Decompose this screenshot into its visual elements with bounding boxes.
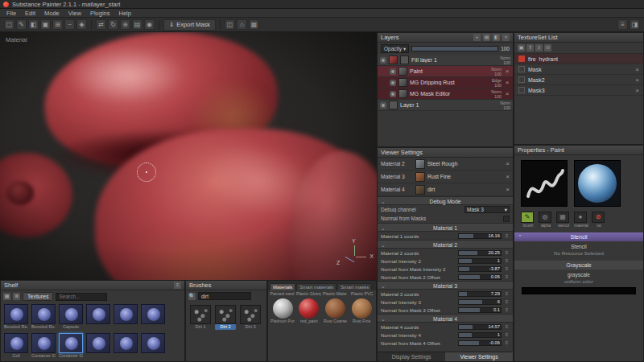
material-label[interactable]: Painted steel: [270, 291, 295, 296]
material-slot-2[interactable]: Material 2 Steel Rough ×: [378, 158, 513, 171]
material-item[interactable]: Rust Fine: [349, 298, 374, 323]
debug-mode-section-header[interactable]: ⌄ Debug Mode: [378, 196, 513, 205]
menu-edit[interactable]: Edit: [25, 10, 35, 17]
layer-content-thumbnail[interactable]: [389, 101, 398, 109]
slider-menu-icon[interactable]: ≡: [504, 307, 510, 312]
shelf-item[interactable]: [86, 333, 110, 359]
shelf-item[interactable]: Beveled Re...: [31, 304, 56, 330]
remove-effect-button[interactable]: ×: [504, 90, 510, 97]
menu-plugins[interactable]: Plugins: [90, 10, 110, 17]
material-slot-3[interactable]: Material 3 Rust Fine ×: [378, 171, 513, 183]
shelf-item[interactable]: [114, 333, 138, 359]
tab-smart-materials[interactable]: Smart materials: [296, 283, 336, 290]
slider-menu-icon[interactable]: ≡: [504, 291, 510, 296]
textureset-row-fire-hydrant[interactable]: fire_hydrant: [514, 54, 643, 64]
material-2-coords-slider[interactable]: 20.25: [458, 250, 502, 256]
slider-menu-icon[interactable]: ≡: [504, 266, 510, 271]
clone-tool-icon[interactable]: ◈: [76, 19, 87, 30]
add-folder-icon[interactable]: ▤: [483, 34, 490, 41]
remove-effect-button[interactable]: ×: [504, 68, 510, 75]
dock-layout-icon[interactable]: ≡: [617, 19, 628, 30]
display-mode-icon[interactable]: ▦: [249, 19, 259, 30]
layer-content-thumbnail[interactable]: [389, 56, 398, 64]
normal-from-mask-2-offset-slider[interactable]: 0.06: [458, 274, 502, 280]
material-4-coords-slider[interactable]: 14.57: [458, 324, 502, 330]
shelf-item[interactable]: [114, 304, 138, 330]
clear-material-button[interactable]: ×: [506, 173, 510, 180]
remove-channel-button[interactable]: ×: [635, 87, 639, 94]
no-resource-slot[interactable]: ⊘no: [592, 212, 606, 228]
grid-view-icon[interactable]: ▦: [3, 293, 10, 300]
brush-item-selected[interactable]: Dirt 2: [215, 305, 236, 330]
brush-item[interactable]: Dirt 1: [190, 305, 211, 330]
slider-menu-icon[interactable]: ≡: [504, 332, 510, 337]
stencil-slot[interactable]: ▦stencil: [556, 212, 571, 228]
paint-tool-icon[interactable]: ✎: [16, 19, 27, 30]
layer-row-layer-1[interactable]: Layer 1 Norm100: [378, 100, 513, 111]
layer-visibility-icon[interactable]: [390, 80, 396, 86]
axis-gizmo[interactable]: Y X Z: [336, 238, 374, 275]
layer-visibility-icon[interactable]: [390, 68, 396, 75]
tab-viewer-settings[interactable]: Viewer Settings: [445, 352, 513, 361]
alpha-slot[interactable]: ◍alpha: [539, 212, 553, 228]
brushes-search-input[interactable]: [198, 292, 251, 300]
material-picker-icon[interactable]: ⊕: [120, 19, 130, 30]
mask-view-icon[interactable]: ◉: [144, 19, 155, 30]
tab-materials[interactable]: Materials: [270, 283, 295, 290]
material-1-coords-slider[interactable]: 16.16: [458, 233, 502, 239]
camera-icon[interactable]: ⌂: [237, 19, 247, 30]
shelf-menu-icon[interactable]: ≡: [174, 282, 181, 289]
material-slot[interactable]: ●material: [574, 212, 588, 228]
save-icon[interactable]: ▣: [518, 44, 525, 51]
remove-channel-button[interactable]: ×: [635, 66, 639, 73]
shelf-item[interactable]: Container 01: [31, 333, 56, 359]
material-item[interactable]: red_paint: [297, 298, 321, 323]
menu-view[interactable]: View: [68, 10, 81, 17]
material-3-section-header[interactable]: ⌄ Material 3: [378, 281, 513, 290]
eraser-tool-icon[interactable]: ◧: [28, 19, 39, 30]
stencil-section-header[interactable]: ⌃ Stencil: [514, 232, 643, 241]
tab-display-settings[interactable]: Display Settings: [378, 352, 445, 361]
add-fill-icon[interactable]: ◧: [493, 34, 500, 41]
list-view-icon[interactable]: ≣: [13, 293, 20, 300]
tab-smart-masks[interactable]: Smart masks: [337, 283, 372, 290]
settings-gear-icon[interactable]: ⊙: [544, 44, 551, 51]
shelf-item-selected[interactable]: Container 02: [59, 333, 83, 359]
add-layer-icon[interactable]: +: [473, 34, 481, 41]
generator-thumbnail[interactable]: [398, 89, 407, 98]
material-item[interactable]: Platinum Pure: [270, 298, 295, 323]
brush-slot[interactable]: ✎brush: [521, 212, 535, 228]
shelf-tab-textures[interactable]: Textures: [23, 292, 53, 301]
slider-menu-icon[interactable]: ≡: [504, 340, 510, 345]
normal-intensity-2-slider[interactable]: 1: [458, 258, 502, 264]
material-slot-4[interactable]: Material 4 dirt ×: [378, 183, 513, 196]
layer-row-paint[interactable]: Paint Norm100 ×: [378, 66, 513, 77]
delete-layer-icon[interactable]: ×: [502, 34, 510, 41]
export-mask-button[interactable]: ⇓ Export Mask: [163, 19, 216, 31]
layer-visibility-icon[interactable]: [380, 102, 386, 109]
material-1-section-header[interactable]: ⌄ Material 1: [378, 223, 513, 232]
material-3-coords-slider[interactable]: 7.29: [458, 291, 502, 297]
effect-thumbnail[interactable]: [398, 67, 407, 76]
shelf-search-input[interactable]: [56, 293, 107, 301]
opacity-slider[interactable]: [411, 46, 498, 51]
normal-from-mask-4-offset-slider[interactable]: -0.06: [458, 340, 502, 346]
layer-row-mg-dripping-rust[interactable]: MG Dripping Rust Edge100 ×: [378, 77, 513, 88]
material-label[interactable]: Plastic Matte Pure: [323, 291, 348, 296]
generator-thumbnail[interactable]: [398, 78, 407, 87]
panel-toggle-icon[interactable]: ◨: [630, 19, 640, 30]
slider-menu-icon[interactable]: ≡: [504, 299, 510, 304]
menu-file[interactable]: File: [6, 10, 16, 17]
viewport-material-label[interactable]: Material: [6, 36, 27, 43]
textureset-row-mask3[interactable]: Mask3 ×: [514, 85, 643, 96]
symmetry-icon[interactable]: ⇄: [96, 19, 106, 30]
shelf-item[interactable]: Cell: [4, 333, 28, 359]
slider-menu-icon[interactable]: ≡: [504, 258, 510, 263]
normal-intensity-3-slider[interactable]: 6: [458, 299, 502, 305]
grayscale-color-swatch[interactable]: [522, 287, 636, 294]
viewport-3d[interactable]: Material Y X Z: [0, 32, 377, 280]
polygon-fill-tool-icon[interactable]: ⊞: [52, 19, 63, 30]
slider-menu-icon[interactable]: ≡: [504, 250, 510, 255]
material-2-section-header[interactable]: ⌄ Material 2: [378, 240, 513, 249]
normal-from-mask-3-offset-slider[interactable]: 0.1: [458, 307, 502, 313]
